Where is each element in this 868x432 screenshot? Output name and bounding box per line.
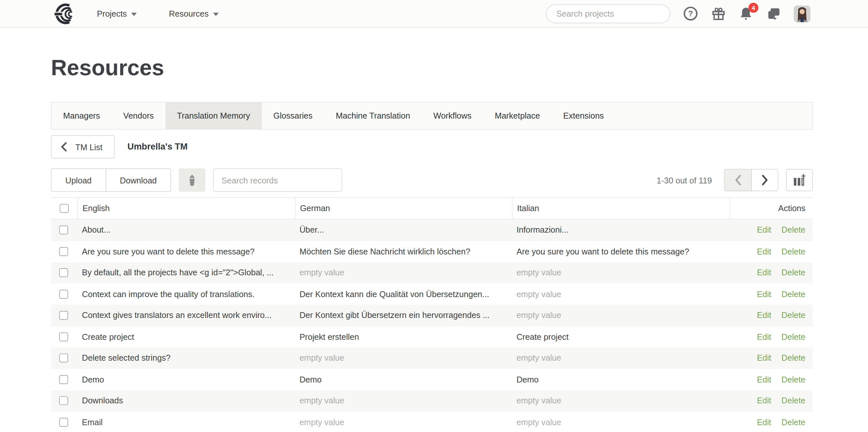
cell-german: empty value [295, 262, 512, 283]
next-page-button[interactable] [751, 169, 778, 191]
cell-german: Der Kontext gibt Übersetzern ein hervorr… [295, 305, 512, 326]
edit-link[interactable]: Edit [757, 332, 771, 341]
tab-glossaries[interactable]: Glossaries [262, 103, 324, 129]
row-actions: Edit Delete [730, 369, 813, 390]
prev-page-button[interactable] [724, 169, 751, 191]
cell-german: Möchten Sie diese Nachricht wirklich lös… [295, 241, 512, 262]
delete-link[interactable]: Delete [781, 374, 806, 384]
row-checkbox[interactable] [59, 226, 68, 235]
delete-link[interactable]: Delete [781, 332, 806, 341]
chat-icon[interactable] [766, 6, 781, 21]
avatar[interactable] [794, 5, 810, 22]
search-records-input[interactable] [213, 168, 342, 192]
tab-workflows[interactable]: Workflows [422, 103, 483, 129]
cell-german: empty value [295, 390, 512, 411]
app-window: Projects Resources ? 4 [0, 0, 868, 432]
select-all-checkbox[interactable] [60, 204, 69, 213]
cell-italian: Demo [512, 369, 730, 390]
cell-english: Delete selected strings? [78, 347, 295, 369]
chevron-left-icon [735, 175, 741, 186]
tab-managers[interactable]: Managers [52, 103, 112, 129]
cell-german: empty value [295, 347, 512, 369]
row-checkbox-cell [51, 369, 78, 390]
table-row: Downloads empty value empty value Edit D… [51, 390, 812, 411]
cell-italian: Are you sure you want to delete this mes… [512, 241, 730, 262]
delete-records-button[interactable] [179, 168, 206, 192]
cell-english: Downloads [78, 390, 295, 411]
delete-link[interactable]: Delete [781, 417, 806, 427]
nav-menu-projects[interactable]: Projects [97, 9, 137, 18]
delete-link[interactable]: Delete [781, 225, 806, 235]
tm-name: Umbrella's TM [127, 142, 187, 152]
edit-link[interactable]: Edit [757, 289, 771, 298]
delete-link[interactable]: Delete [781, 289, 806, 298]
tab-translation-memory[interactable]: Translation Memory [165, 103, 262, 129]
columns-icon [793, 173, 806, 187]
edit-link[interactable]: Edit [757, 374, 771, 384]
edit-link[interactable]: Edit [757, 417, 771, 427]
tm-records-table: English German Italian Actions About... … [51, 197, 812, 432]
table-row: About... Über... Informazioni... Edit De… [51, 220, 812, 241]
delete-link[interactable]: Delete [781, 353, 806, 362]
cell-italian: empty value [512, 262, 730, 283]
row-actions: Edit Delete [730, 220, 813, 241]
tab-extensions[interactable]: Extensions [552, 103, 615, 129]
edit-link[interactable]: Edit [757, 246, 771, 256]
bell-icon[interactable]: 4 [739, 6, 753, 21]
table-body: About... Über... Informazioni... Edit De… [51, 220, 812, 432]
download-button[interactable]: Download [105, 169, 170, 191]
logo-icon[interactable] [53, 3, 79, 25]
delete-link[interactable]: Delete [781, 246, 806, 256]
table-row: Create project Projekt erstellen Create … [51, 326, 812, 347]
projects-search[interactable] [546, 4, 671, 23]
header-english[interactable]: English [78, 198, 295, 219]
gift-icon[interactable] [711, 6, 726, 21]
row-checkbox-cell [51, 305, 78, 326]
row-actions: Edit Delete [730, 347, 813, 369]
page-title: Resources [51, 52, 812, 83]
edit-link[interactable]: Edit [757, 353, 771, 362]
back-to-tm-list-button[interactable]: TM List [51, 135, 115, 159]
row-checkbox[interactable] [59, 417, 68, 427]
page-content: Resources ManagersVendorsTranslation Mem… [0, 52, 868, 432]
manage-columns-button[interactable] [786, 169, 813, 191]
tab-vendors[interactable]: Vendors [112, 103, 165, 129]
cell-german: empty value [295, 411, 512, 432]
delete-link[interactable]: Delete [781, 396, 806, 405]
delete-link[interactable]: Delete [781, 268, 806, 277]
row-checkbox-cell [51, 262, 78, 283]
row-checkbox[interactable] [59, 247, 68, 256]
cell-german: Projekt erstellen [295, 326, 512, 347]
table-row: Email empty value empty value Edit Delet… [51, 411, 812, 432]
cell-english: Email [78, 411, 295, 432]
row-checkbox[interactable] [59, 375, 68, 384]
cell-italian: empty value [512, 283, 730, 305]
cell-english: Context can improve the quality of trans… [78, 283, 295, 305]
toolbar-right: 1-30 out of 119 [657, 169, 813, 191]
cell-english: Demo [78, 369, 295, 390]
projects-search-input[interactable] [555, 8, 668, 19]
edit-link[interactable]: Edit [757, 268, 771, 277]
help-icon[interactable]: ? [683, 6, 698, 21]
row-checkbox[interactable] [59, 290, 68, 298]
tab-marketplace[interactable]: Marketplace [483, 103, 551, 129]
row-checkbox[interactable] [59, 268, 68, 277]
edit-link[interactable]: Edit [757, 396, 771, 405]
row-checkbox[interactable] [59, 397, 68, 405]
delete-link[interactable]: Delete [781, 311, 806, 320]
table-row: Context gives translators an excellent w… [51, 305, 812, 326]
header-italian[interactable]: Italian [512, 198, 730, 219]
edit-link[interactable]: Edit [757, 311, 771, 320]
header-german[interactable]: German [295, 198, 512, 219]
nav-menu-resources[interactable]: Resources [169, 9, 219, 18]
row-checkbox[interactable] [59, 354, 68, 363]
edit-link[interactable]: Edit [757, 225, 771, 235]
row-checkbox-cell [51, 283, 78, 305]
tab-machine-translation[interactable]: Machine Translation [324, 103, 422, 129]
upload-button[interactable]: Upload [52, 169, 105, 191]
row-checkbox[interactable] [59, 332, 68, 341]
row-checkbox[interactable] [59, 311, 68, 320]
table-row: Are you sure you want to delete this mes… [51, 241, 812, 262]
cell-english: By default, all the projects have <g id=… [78, 262, 295, 283]
row-checkbox-cell [51, 347, 78, 369]
